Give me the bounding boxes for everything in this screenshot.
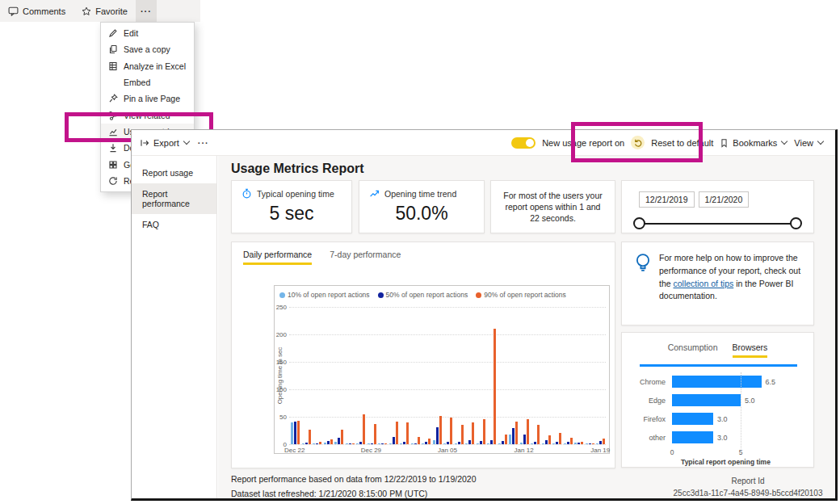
copy-icon <box>108 44 118 54</box>
tab-7-day-performance[interactable]: 7-day performance <box>330 250 401 265</box>
edit-icon <box>108 28 118 38</box>
chart-bar[interactable] <box>556 442 558 444</box>
sidebar-item-report-performance[interactable]: Report performance <box>132 183 216 214</box>
chart-bar[interactable] <box>356 443 359 444</box>
chart-bar[interactable] <box>586 443 588 444</box>
chart-bar[interactable] <box>346 443 348 444</box>
chart-bar[interactable] <box>403 442 405 444</box>
chart-bar[interactable] <box>334 442 337 444</box>
chart-bar[interactable] <box>672 431 713 443</box>
chart-bar[interactable] <box>477 443 479 444</box>
chart-bar[interactable] <box>509 435 511 444</box>
chart-bar[interactable] <box>425 442 427 444</box>
chart-bar[interactable] <box>599 441 602 444</box>
menu-item-save-a-copy[interactable]: Save a copy <box>101 41 194 57</box>
chart-bar[interactable] <box>589 443 591 444</box>
chart-bar[interactable] <box>443 443 446 444</box>
chart-bar[interactable] <box>316 443 318 444</box>
legend-item[interactable]: 10% of open report actions <box>279 291 370 299</box>
sidebar-item-report-usage[interactable]: Report usage <box>132 162 216 183</box>
date-slider-track[interactable] <box>640 223 796 225</box>
chart-bar[interactable] <box>313 443 315 444</box>
chart-bar[interactable] <box>436 427 439 444</box>
legend-item[interactable]: 50% of open report actions <box>378 291 468 299</box>
chart-bar[interactable] <box>512 428 514 444</box>
chart-bar[interactable] <box>520 443 523 444</box>
chart-bar[interactable] <box>422 443 424 444</box>
favorite-button[interactable]: Favorite <box>74 0 136 22</box>
bar-group-jan-16 <box>562 307 573 444</box>
chart-bar[interactable] <box>368 443 370 444</box>
browser-tabs: ConsumptionBrowsers <box>622 342 813 358</box>
legend-item[interactable]: 90% of open report actions <box>476 291 566 299</box>
chart-bar[interactable] <box>371 443 373 444</box>
chart-bar[interactable] <box>534 442 536 444</box>
more-options-button[interactable]: ··· <box>136 0 157 22</box>
footer-left: Report performance based on data from 12… <box>231 472 477 502</box>
export-icon <box>140 138 149 148</box>
chart-bar[interactable] <box>447 442 449 444</box>
x-tick-label: Jan 19 <box>590 447 610 454</box>
chart-bar[interactable] <box>487 443 489 444</box>
chart-bar[interactable] <box>468 440 471 444</box>
chart-bar[interactable] <box>302 443 304 444</box>
end-date-input[interactable]: 1/21/2020 <box>699 191 750 208</box>
chart-bar[interactable] <box>545 440 548 444</box>
chart-bar[interactable] <box>596 443 598 444</box>
chart-bar[interactable] <box>465 443 468 444</box>
tab-browsers[interactable]: Browsers <box>733 342 768 358</box>
chart-bar[interactable] <box>455 443 457 444</box>
chart-bar[interactable] <box>552 443 555 444</box>
date-slider-handle-end[interactable] <box>790 217 802 229</box>
chart-bar[interactable] <box>338 438 340 444</box>
start-date-input[interactable]: 12/21/2019 <box>639 191 695 208</box>
toolbar-more-button[interactable]: ··· <box>198 138 209 148</box>
chart-bar[interactable] <box>389 443 392 444</box>
chart-bar[interactable] <box>458 442 460 444</box>
chart-bar[interactable] <box>523 435 526 444</box>
chart-bar[interactable] <box>349 443 351 444</box>
view-button[interactable]: View <box>794 138 824 148</box>
collection-of-tips-link[interactable]: collection of tips <box>674 279 734 288</box>
chart-bar[interactable] <box>411 443 414 444</box>
chart-bar[interactable] <box>393 437 395 444</box>
chart-bar[interactable] <box>567 442 569 444</box>
chart-bar[interactable] <box>498 443 501 444</box>
chart-bar[interactable] <box>378 443 380 444</box>
chart-bar[interactable] <box>672 376 762 388</box>
chart-bar[interactable] <box>359 442 362 444</box>
chart-bar[interactable] <box>433 440 435 444</box>
menu-item-edit[interactable]: Edit <box>101 25 194 41</box>
new-usage-report-toggle[interactable] <box>511 137 536 149</box>
date-slider-handle-start[interactable] <box>633 217 645 229</box>
chart-bar[interactable] <box>400 443 402 444</box>
chart-bar[interactable] <box>490 440 493 444</box>
menu-item-embed[interactable]: Embed <box>101 74 194 90</box>
chart-bar[interactable] <box>672 413 713 425</box>
chart-bar[interactable] <box>381 443 384 444</box>
sidebar-item-faq[interactable]: FAQ <box>132 214 216 235</box>
comments-button[interactable]: Comments <box>0 0 74 22</box>
chart-bar[interactable] <box>603 439 605 444</box>
browsers-chart-card: ConsumptionBrowsers Chrome6.5Edge5.0Fire… <box>621 332 814 468</box>
chart-bar[interactable] <box>480 441 482 444</box>
menu-item-analyze-in-excel[interactable]: Analyze in Excel <box>101 58 194 74</box>
chart-bar[interactable] <box>574 443 577 444</box>
menu-item-pin-a-live-page[interactable]: Pin a live Page <box>101 90 194 107</box>
chart-bar[interactable] <box>672 394 741 406</box>
chart-bar[interactable] <box>531 443 533 444</box>
export-button[interactable]: Export <box>140 138 190 148</box>
tab-consumption[interactable]: Consumption <box>668 342 718 358</box>
chart-bar[interactable] <box>542 443 544 444</box>
chart-bar[interactable] <box>327 441 330 444</box>
chart-bar[interactable] <box>305 443 308 444</box>
tab-daily-performance[interactable]: Daily performance <box>243 250 312 265</box>
chart-bar[interactable] <box>414 443 417 444</box>
bookmarks-button[interactable]: Bookmarks <box>720 138 788 148</box>
chart-bar[interactable] <box>291 422 293 444</box>
chart-bar[interactable] <box>324 443 326 444</box>
chart-bar[interactable] <box>564 443 566 444</box>
chart-bar[interactable] <box>578 443 580 444</box>
chart-bar[interactable] <box>294 422 296 444</box>
chart-bar[interactable] <box>502 441 504 444</box>
